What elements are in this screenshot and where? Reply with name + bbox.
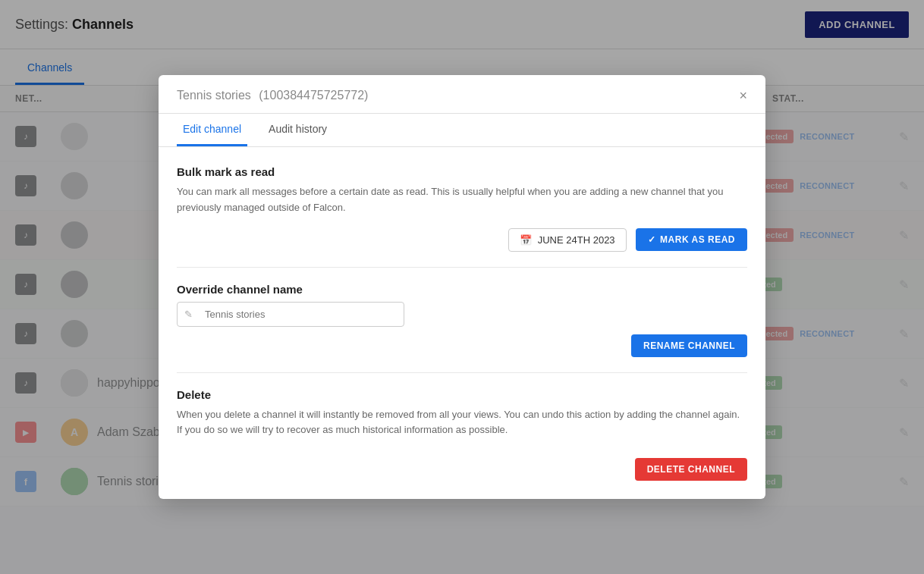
modal-overlay: Tennis stories (100384475725772) × Edit … — [0, 0, 924, 574]
bulk-mark-title: Bulk mark as read — [177, 165, 747, 178]
mark-as-read-button[interactable]: ✓ MARK AS READ — [636, 228, 747, 251]
bulk-mark-desc: You can mark all messages before a certa… — [177, 184, 747, 216]
modal-close-button[interactable]: × — [739, 89, 747, 102]
bulk-mark-actions: 📅 JUNE 24TH 2023 ✓ MARK AS READ — [177, 228, 747, 252]
override-channel-section: Override channel name ✎ RENAME CHANNEL — [177, 283, 747, 357]
calendar-icon: 📅 — [520, 234, 532, 246]
checkmark-icon: ✓ — [648, 234, 656, 245]
pencil-icon: ✎ — [184, 309, 193, 320]
channel-name-input[interactable] — [177, 302, 404, 327]
modal-header: Tennis stories (100384475725772) × — [159, 75, 765, 114]
delete-section-desc: When you delete a channel it will instan… — [177, 407, 747, 439]
modal-title: Tennis stories (100384475725772) — [177, 89, 368, 102]
delete-section-title: Delete — [177, 388, 747, 401]
modal-body: Bulk mark as read You can mark all messa… — [159, 147, 765, 499]
override-channel-title: Override channel name — [177, 283, 747, 296]
channel-name-input-wrapper: ✎ — [177, 302, 404, 327]
modal-id: (100384475725772) — [259, 89, 368, 102]
tab-edit-channel[interactable]: Edit channel — [177, 114, 247, 146]
modal-dialog: Tennis stories (100384475725772) × Edit … — [159, 75, 765, 499]
bulk-mark-section: Bulk mark as read You can mark all messa… — [177, 165, 747, 252]
delete-section: Delete When you delete a channel it will… — [177, 388, 747, 481]
date-value: JUNE 24TH 2023 — [538, 234, 615, 246]
modal-tabs: Edit channel Audit history — [159, 114, 765, 147]
section-divider-2 — [177, 372, 747, 373]
date-picker-button[interactable]: 📅 JUNE 24TH 2023 — [508, 228, 627, 252]
rename-channel-button[interactable]: RENAME CHANNEL — [631, 334, 747, 357]
mark-as-read-label: MARK AS READ — [660, 234, 735, 245]
section-divider-1 — [177, 267, 747, 268]
tab-audit-history[interactable]: Audit history — [262, 114, 333, 146]
delete-channel-button[interactable]: DELETE CHANNEL — [635, 458, 747, 481]
